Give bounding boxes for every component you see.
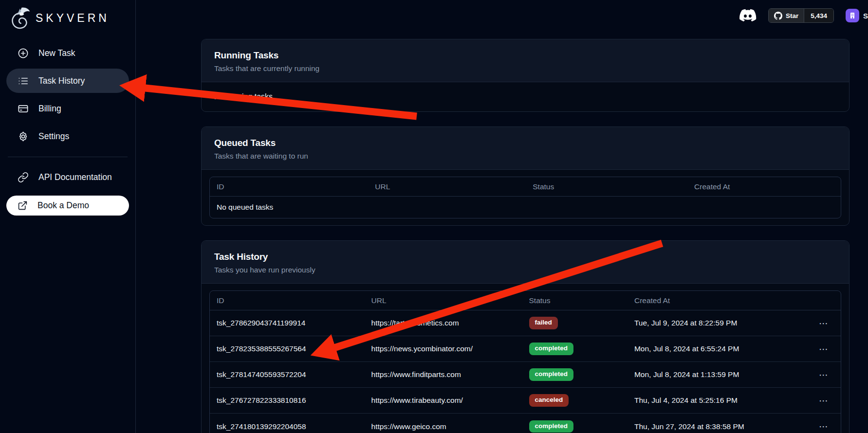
empty-state-queued: No queued tasks <box>210 203 841 212</box>
card-subtitle: Tasks that are waiting to run <box>214 152 836 161</box>
column-header-url: URL <box>365 296 522 305</box>
sidebar-item-label: Book a Demo <box>37 200 89 211</box>
link-icon <box>18 172 29 183</box>
sidebar-item-label: Billing <box>38 104 61 114</box>
column-header-id: ID <box>210 296 365 305</box>
status-badge: failed <box>529 317 558 329</box>
task-created-at: Tue, Jul 9, 2024 at 8:22:59 PM <box>628 319 798 327</box>
task-id: tsk_276727822333810816 <box>210 396 365 405</box>
task-id: tsk_278147405593572204 <box>210 370 365 379</box>
status-badge: completed <box>529 368 574 381</box>
sidebar-nav: New Task Task History Billing Settings <box>6 41 129 219</box>
column-header-status: Status <box>526 182 687 191</box>
task-created-at: Mon, Jul 8, 2024 at 6:55:24 PM <box>628 344 798 353</box>
skyvern-dragon-icon <box>9 6 31 30</box>
discord-icon[interactable] <box>739 9 757 22</box>
task-status-cell: completed <box>522 343 628 355</box>
status-badge: completed <box>529 343 574 355</box>
task-status-cell: completed <box>522 368 628 381</box>
external-link-icon <box>18 200 28 211</box>
row-actions-button[interactable]: ⋯ <box>819 343 841 355</box>
task-row-5[interactable]: tsk_274180139292204058 https://www.geico… <box>210 414 841 433</box>
user-name-partial: S <box>863 12 868 20</box>
topbar: Star 5,434 S <box>136 0 868 31</box>
status-badge: canceled <box>529 394 569 407</box>
github-star-count[interactable]: 5,434 <box>804 9 833 22</box>
task-url: https://www.finditparts.com <box>365 370 522 379</box>
task-url: https://www.geico.com <box>365 422 522 431</box>
task-id: tsk_278235388555267564 <box>210 344 365 353</box>
running-tasks-body: No running tasks <box>202 82 849 111</box>
queued-tasks-header: Queued Tasks Tasks that are waiting to r… <box>202 127 849 170</box>
task-url: https://www.tirabeauty.com/ <box>365 396 522 405</box>
task-row-3[interactable]: tsk_278147405593572204 https://www.findi… <box>210 362 841 388</box>
row-actions-button[interactable]: ⋯ <box>819 421 841 432</box>
app-logo-text: SKYVERN <box>36 12 110 25</box>
task-status-cell: canceled <box>522 394 628 407</box>
content: Running Tasks Tasks that are currently r… <box>136 31 868 433</box>
credit-card-icon <box>18 103 29 114</box>
column-header-status: Status <box>522 296 628 305</box>
task-created-at: Thu, Jul 4, 2024 at 5:25:16 PM <box>628 396 798 405</box>
card-title: Task History <box>214 252 836 262</box>
task-row-4[interactable]: tsk_276727822333810816 https://www.tirab… <box>210 388 841 414</box>
task-url: https://tartecosmetics.com <box>365 319 522 327</box>
sidebar-item-api-documentation[interactable]: API Documentation <box>6 165 129 189</box>
github-logo-icon <box>774 12 782 20</box>
empty-state-queued-row: No queued tasks <box>210 197 841 218</box>
task-id: tsk_274180139292204058 <box>210 422 365 431</box>
task-row-2[interactable]: tsk_278235388555267564 https://news.ycom… <box>210 336 841 362</box>
sidebar-item-settings[interactable]: Settings <box>6 124 129 148</box>
app-logo[interactable]: SKYVERN <box>6 4 129 32</box>
list-icon <box>18 75 29 87</box>
task-history-card: Task History Tasks you have run previous… <box>201 240 850 433</box>
column-header-id: ID <box>210 182 368 191</box>
sidebar-item-label: New Task <box>38 48 75 58</box>
task-history-header: Task History Tasks you have run previous… <box>202 241 849 284</box>
running-tasks-header: Running Tasks Tasks that are currently r… <box>202 39 849 82</box>
main-area: Star 5,434 S Running Tasks Tasks that ar… <box>136 0 868 433</box>
card-subtitle: Tasks that are currently running <box>214 64 836 73</box>
running-tasks-card: Running Tasks Tasks that are currently r… <box>201 39 850 112</box>
row-actions-button[interactable]: ⋯ <box>819 318 841 329</box>
github-star-button[interactable]: Star <box>769 9 804 22</box>
queued-tasks-body: ID URL Status Created At No queued tasks <box>202 170 849 225</box>
task-history-body: ID URL Status Created At tsk_27862904374… <box>202 284 849 433</box>
sidebar-item-label: Settings <box>38 131 69 142</box>
sidebar-item-book-a-demo[interactable]: Book a Demo <box>6 196 129 216</box>
table-header-row: ID URL Status Created At <box>210 177 841 197</box>
sidebar-item-new-task[interactable]: New Task <box>6 41 129 65</box>
empty-state-running: No running tasks <box>214 92 273 101</box>
task-created-at: Mon, Jul 8, 2024 at 1:13:59 PM <box>628 370 798 379</box>
task-status-cell: completed <box>522 420 628 433</box>
card-title: Running Tasks <box>214 50 836 61</box>
sidebar-item-billing[interactable]: Billing <box>6 96 129 121</box>
sidebar: SKYVERN New Task Task History Billing <box>0 0 136 433</box>
column-header-created-at: Created At <box>628 296 798 305</box>
sidebar-item-label: API Documentation <box>38 172 112 182</box>
task-status-cell: failed <box>522 317 628 329</box>
card-title: Queued Tasks <box>214 138 836 148</box>
plus-circle-icon <box>18 48 29 59</box>
card-subtitle: Tasks you have run previously <box>214 266 836 274</box>
gear-icon <box>18 131 29 142</box>
task-row-1[interactable]: tsk_278629043741199914 https://tartecosm… <box>210 310 841 336</box>
status-badge: completed <box>529 420 574 433</box>
queued-tasks-card: Queued Tasks Tasks that are waiting to r… <box>201 126 850 226</box>
avatar[interactable] <box>846 9 859 22</box>
organization-building-icon <box>849 12 856 19</box>
sidebar-divider <box>8 157 128 157</box>
row-actions-button[interactable]: ⋯ <box>819 395 841 406</box>
sidebar-item-label: Task History <box>38 76 85 86</box>
github-star-label: Star <box>786 12 798 19</box>
table-header-row: ID URL Status Created At <box>210 291 841 310</box>
task-history-table: ID URL Status Created At tsk_27862904374… <box>209 290 841 433</box>
task-url: https://news.ycombinator.com/ <box>365 344 522 353</box>
queued-tasks-table: ID URL Status Created At No queued tasks <box>209 177 841 218</box>
task-id: tsk_278629043741199914 <box>210 319 365 327</box>
column-header-url: URL <box>368 182 526 191</box>
row-actions-button[interactable]: ⋯ <box>819 369 841 380</box>
task-created-at: Thu, Jun 27, 2024 at 8:38:58 PM <box>628 422 798 431</box>
sidebar-item-task-history[interactable]: Task History <box>6 69 129 93</box>
github-star-widget[interactable]: Star 5,434 <box>768 8 834 23</box>
